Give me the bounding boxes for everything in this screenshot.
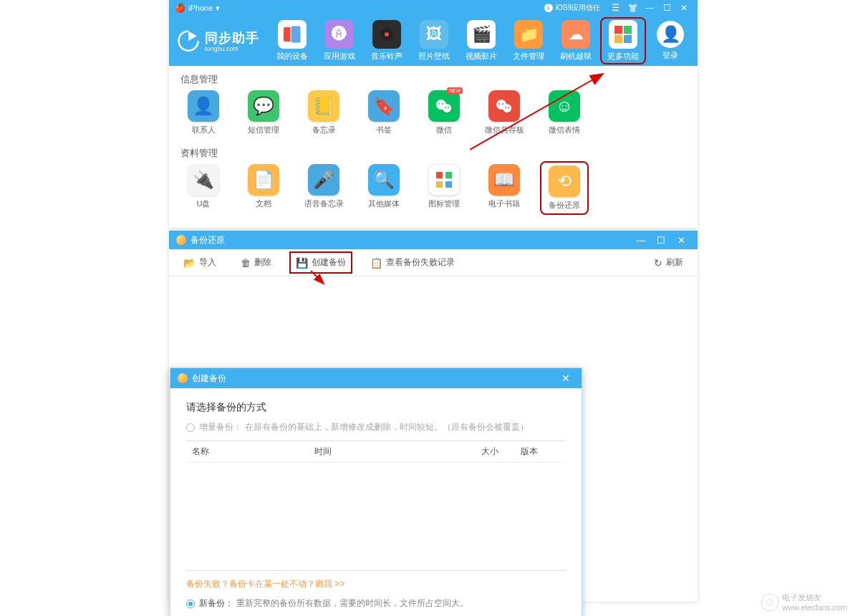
svg-point-18 bbox=[505, 107, 506, 108]
svg-point-19 bbox=[508, 107, 509, 108]
app-wechat[interactable]: NEW微信 bbox=[423, 90, 466, 135]
app-wechat-sticker[interactable]: ☺微信表情 bbox=[543, 90, 586, 135]
svg-rect-6 bbox=[615, 35, 622, 43]
app-other-media[interactable]: 🔍其他媒体 bbox=[362, 164, 405, 212]
col-name: 名称 bbox=[192, 446, 314, 458]
main-window: 🍎 iPhone ▾ i iOS9应用信任 ☰ 👕 — ☐ ✕ 同步助手 ton… bbox=[169, 0, 698, 228]
svg-point-15 bbox=[503, 104, 511, 112]
svg-point-3 bbox=[385, 32, 389, 37]
toolbar-refresh[interactable]: ↻刷新 bbox=[650, 254, 688, 271]
toolbar-import[interactable]: 📂导入 bbox=[179, 254, 221, 271]
minimize-button[interactable]: — bbox=[632, 233, 650, 247]
svg-point-17 bbox=[502, 103, 503, 105]
dialog-close-button[interactable]: ✕ bbox=[557, 372, 574, 384]
dialog-heading: 请选择备份的方式 bbox=[186, 401, 566, 414]
close-button[interactable]: ✕ bbox=[672, 233, 690, 247]
app-voice-memo[interactable]: 🎤语音备忘录 bbox=[302, 164, 345, 212]
toolbar-create-backup[interactable]: 💾创建备份 bbox=[291, 254, 350, 271]
svg-rect-22 bbox=[436, 181, 443, 188]
avatar-icon: 👤 bbox=[657, 21, 684, 48]
maximize-button[interactable]: ☐ bbox=[659, 1, 675, 14]
info-row: 👤联系人 💬短信管理 📒备忘录 🔖书签 NEW微信 微信共存板 ☺微信表情 bbox=[169, 90, 698, 140]
app-icon-manage[interactable]: 图标管理 bbox=[423, 164, 466, 212]
col-version: 版本 bbox=[498, 446, 560, 458]
col-time: 时间 bbox=[314, 446, 437, 458]
app-notes[interactable]: 📒备忘录 bbox=[302, 90, 345, 135]
nav-files[interactable]: 📁 文件管理 bbox=[509, 20, 549, 62]
col-size: 大小 bbox=[438, 446, 499, 458]
app-contacts[interactable]: 👤联系人 bbox=[182, 90, 225, 135]
svg-point-11 bbox=[442, 103, 443, 105]
info-icon: i bbox=[544, 4, 553, 12]
import-icon: 📂 bbox=[183, 257, 196, 269]
svg-rect-7 bbox=[624, 35, 632, 43]
svg-point-9 bbox=[443, 104, 451, 112]
radio-icon bbox=[186, 600, 195, 608]
svg-point-10 bbox=[438, 103, 440, 105]
logo-icon bbox=[176, 29, 201, 53]
watermark-icon bbox=[761, 593, 779, 612]
nav-music[interactable]: 音乐铃声 bbox=[367, 20, 407, 62]
nav-more[interactable]: 更多功能 bbox=[603, 20, 643, 62]
nav-jailbreak[interactable]: ☁ 刷机越狱 bbox=[556, 20, 596, 62]
help-link[interactable]: 备份失败？备份卡在某一处不动？戳我 >> bbox=[186, 578, 566, 590]
svg-point-28 bbox=[761, 594, 779, 611]
nav-my-device[interactable]: 我的设备 bbox=[272, 20, 312, 62]
dialog-titlebar: 创建备份 ✕ bbox=[170, 368, 582, 388]
app-udisk[interactable]: 🔌U盘 bbox=[182, 164, 225, 212]
watermark: 电子发烧友 www.elecfans.com bbox=[761, 592, 847, 612]
apple-icon: 🍎 bbox=[175, 3, 185, 13]
close-button[interactable]: ✕ bbox=[676, 1, 692, 14]
toolbar-view-fail[interactable]: 📋查看备份失败记录 bbox=[366, 254, 459, 271]
trash-icon: 🗑 bbox=[241, 257, 251, 269]
login-button[interactable]: 👤 登录 bbox=[650, 21, 690, 61]
app-sms[interactable]: 💬短信管理 bbox=[242, 90, 285, 135]
dropdown-icon[interactable]: ▾ bbox=[216, 4, 220, 13]
svg-rect-1 bbox=[291, 26, 301, 43]
titlebar: 🍎 iPhone ▾ i iOS9应用信任 ☰ 👕 — ☐ ✕ bbox=[169, 0, 698, 16]
disk-icon: 💾 bbox=[296, 257, 308, 269]
list-icon: 📋 bbox=[370, 257, 382, 269]
backup-titlebar: 备份还原 — ☐ ✕ bbox=[169, 231, 698, 249]
device-label: iPhone bbox=[188, 4, 213, 12]
app-wechat-coexist[interactable]: 微信共存板 bbox=[483, 90, 526, 135]
app-backup-restore[interactable]: ⟲备份还原 bbox=[543, 164, 586, 212]
nav-apps[interactable]: 🅐 应用游戏 bbox=[319, 20, 360, 62]
refresh-icon: ↻ bbox=[654, 257, 662, 269]
maximize-button[interactable]: ☐ bbox=[652, 233, 670, 247]
menu-icon[interactable]: ☰ bbox=[607, 1, 623, 14]
app-bookmarks[interactable]: 🔖书签 bbox=[362, 90, 405, 135]
skin-icon[interactable]: 👕 bbox=[625, 1, 640, 14]
nav-photos[interactable]: 🖼 照片壁纸 bbox=[414, 20, 454, 62]
radio-icon bbox=[186, 423, 195, 432]
app-documents[interactable]: 📄文档 bbox=[242, 164, 285, 212]
svg-rect-23 bbox=[445, 181, 452, 188]
svg-point-13 bbox=[448, 107, 449, 108]
option-new-backup[interactable]: 新备份： 重新完整的备份所有数据，需要的时间长，文件所占空间大。 bbox=[186, 597, 566, 610]
svg-rect-4 bbox=[615, 26, 622, 34]
section-info-title: 信息管理 bbox=[169, 66, 698, 90]
svg-rect-20 bbox=[436, 172, 443, 178]
data-row: 🔌U盘 📄文档 🎤语音备忘录 🔍其他媒体 图标管理 📖电子书籍 ⟲备份还原 bbox=[169, 164, 698, 216]
svg-rect-21 bbox=[445, 172, 452, 178]
toolbar-delete[interactable]: 🗑删除 bbox=[236, 254, 276, 271]
section-data-title: 资料管理 bbox=[169, 140, 698, 164]
svg-point-12 bbox=[445, 107, 446, 108]
svg-point-16 bbox=[498, 103, 500, 105]
nav-video[interactable]: 🎬 视频影片 bbox=[461, 20, 501, 62]
minimize-button[interactable]: — bbox=[642, 1, 657, 14]
table-body-empty bbox=[186, 463, 566, 570]
create-backup-dialog: 创建备份 ✕ 请选择备份的方式 增量备份： 在原有备份的基础上，新增修改成删除，… bbox=[170, 367, 582, 616]
toolbar: 📂导入 🗑删除 💾创建备份 📋查看备份失败记录 ↻刷新 bbox=[169, 249, 698, 276]
app-icon bbox=[176, 235, 186, 245]
app-ebooks[interactable]: 📖电子书籍 bbox=[483, 164, 526, 212]
header: 同步助手 tongbu.com 我的设备 🅐 应用游戏 音乐铃声 🖼 照片壁纸 bbox=[169, 16, 698, 66]
app-icon bbox=[178, 373, 188, 383]
trust-notice[interactable]: i iOS9应用信任 bbox=[544, 3, 600, 13]
backup-table: 名称 时间 大小 版本 bbox=[186, 441, 566, 571]
svg-rect-5 bbox=[624, 26, 632, 34]
brand-logo[interactable]: 同步助手 tongbu.com bbox=[176, 29, 259, 53]
option-incremental[interactable]: 增量备份： 在原有备份的基础上，新增修改成删除，时间较短。（原有备份会被覆盖） bbox=[186, 421, 566, 433]
